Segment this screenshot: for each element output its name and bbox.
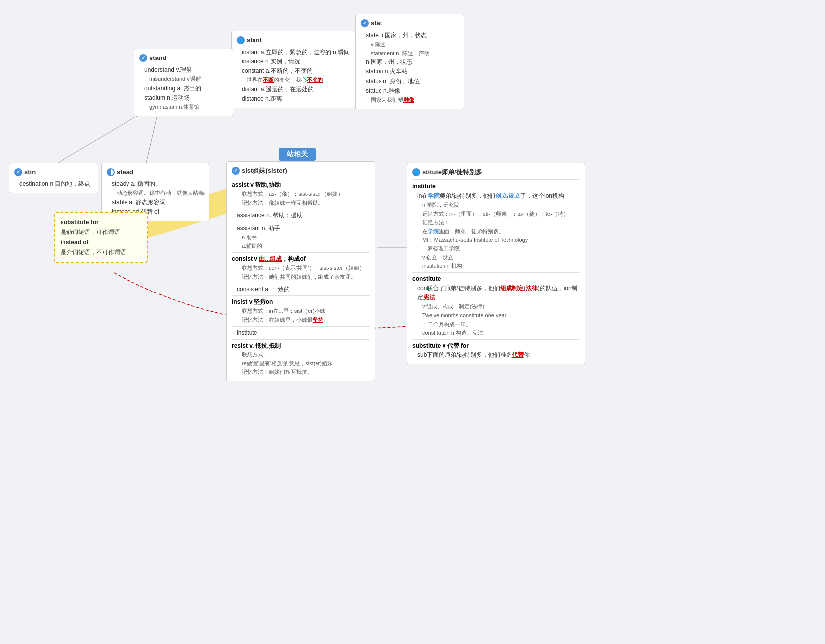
- half-icon-stead: [107, 168, 115, 176]
- stitute-const-4: 十二个月构成一年。: [422, 320, 580, 329]
- sist-assistant-a: a.辅助的: [242, 242, 370, 251]
- stat-entry-5: station n.火车站: [366, 67, 459, 76]
- stand-entry-1: understand v.理解: [144, 65, 228, 75]
- tooltip-line2: 是动词短语，可作谓语: [61, 227, 141, 237]
- stant-entry-6: distance n.距离: [242, 94, 350, 104]
- stant-entry-5: distant a.遥远的，在远处的: [242, 85, 350, 94]
- stant-entry-4: 世界在不断的变化，我心不变的: [247, 76, 350, 85]
- stead-entry-2: 动态形容词。稳中有动，就像人站着: [117, 189, 204, 198]
- stitute-inst-7: 麻省理工学院: [427, 244, 580, 253]
- sist-insist-1: 联想方式：in在...里；sist（er)小妹: [242, 307, 370, 316]
- stitute-inst-6: MIT. Massachu-setts Institute of Technol…: [422, 236, 580, 245]
- stead-icon: ≡: [201, 188, 205, 199]
- sist-assistant-n: n.助手: [242, 234, 370, 242]
- sist-assist-2: 记忆方法：像姐妹一样互相帮助。: [242, 199, 370, 208]
- sist-assist-1: 联想方式：as-（像）；sist-sister（姐妹）: [242, 190, 370, 199]
- stitute-substitute-title: substitute v 代替 for: [412, 341, 580, 351]
- stand-entry-2: misunderstand v.误解: [149, 75, 228, 84]
- card-stat: ✓ stat state n.国家，州，状态 v.陈述 statement n.…: [355, 14, 464, 109]
- stant-entry-2: instance n 实例，情况: [242, 57, 350, 66]
- stitute-const-2: v.组成、构成，制定(法律): [422, 302, 580, 311]
- card-stand-title: ✓ stand: [139, 53, 228, 63]
- card-stin: ✓ stin destination n 目的地，终点: [9, 163, 98, 193]
- stand-entry-5: gymnasium n.体育馆: [149, 103, 228, 112]
- stitute-inst-4: 记忆方法：: [422, 218, 580, 227]
- station-label: 站相关: [279, 148, 316, 161]
- sist-institute: institute: [237, 328, 370, 338]
- stat-entry-2: v.陈述: [371, 40, 459, 49]
- stitute-inst-2: n.学院，研究院: [422, 201, 580, 210]
- stat-entry-1: state n.国家，州，状态: [366, 31, 459, 40]
- tooltip-line1: substitute for: [61, 217, 141, 227]
- stitute-inst-3: 记忆方式：in-（里面）；sti-（师弟）；tu-（徒）；te-（特）: [422, 210, 580, 219]
- stin-entry-1: destination n 目的地，终点: [19, 179, 93, 189]
- sist-assist: assist v 帮助,协助: [232, 180, 370, 190]
- sist-resist-2: re做'置'里有'相反'的意思，sist(er)姐妹: [242, 359, 370, 368]
- sist-insist: insist v 坚持on: [232, 297, 370, 307]
- stat-entry-7: statue n.雕像: [366, 86, 459, 96]
- sist-resist-1: 联想方式：: [242, 351, 370, 359]
- stitute-constitute-title: constitute: [412, 274, 580, 284]
- stat-entry-6: status n. 身份、地位: [366, 77, 459, 86]
- stitute-const-3: Twelve months constitute one year.: [422, 311, 580, 320]
- stitute-inst-8: v.创立，设立: [422, 253, 580, 262]
- check-icon-stin: ✓: [14, 168, 22, 176]
- tooltip-line4: 是介词短语，不可作谓语: [61, 247, 141, 257]
- card-stitute-title: 🌐 stitute师弟/徒特别多: [412, 167, 580, 177]
- stand-entry-4: stadium n.运动场: [144, 93, 228, 103]
- sist-assistance: assistance n. 帮助；援助: [237, 211, 370, 220]
- stat-entry-3: statement n. 陈述，声明: [371, 49, 459, 58]
- stead-entry-3: stable a. 静态形容词: [112, 198, 204, 207]
- stitute-inst-1: in在学院师弟/徒特别多，他们创立/设立了，这个ion机构: [417, 191, 580, 201]
- check-icon-stand: ✓: [139, 54, 147, 62]
- stitute-const-5: constitution n.构造、宪法: [422, 329, 580, 338]
- stitute-const-1: con联合了师弟/徒特别多，他们组成制定(法律)的队伍，ion制定宪法: [417, 284, 580, 302]
- card-sist-title: ✓ sist姐妹(sister): [232, 166, 370, 176]
- card-stant-title: 🌐 stant: [237, 35, 350, 46]
- tooltip-line3: instead of: [61, 237, 141, 247]
- card-sist: ✓ sist姐妹(sister) assist v 帮助,协助 联想方式：as-…: [226, 161, 375, 381]
- stitute-institute-title: institute: [412, 182, 580, 191]
- card-stat-title: ✓ stat: [361, 18, 459, 29]
- stand-entry-3: outstanding a. 杰出的: [144, 84, 228, 93]
- stant-entry-1: instant a.立即的，紧急的，速溶的 n.瞬间: [242, 48, 350, 57]
- stead-entry-1: steady a. 稳固的。: [112, 179, 204, 189]
- sist-consist: consist v 由...组成，构成of: [232, 254, 370, 264]
- check-icon-sist: ✓: [232, 167, 240, 175]
- card-stant: 🌐 stant instant a.立即的，紧急的，速溶的 n.瞬间 insta…: [231, 31, 355, 108]
- stitute-inst-9: institution n 机构: [422, 262, 580, 271]
- stitute-inst-5: 在学院里面，师弟、徒弟特别多。: [422, 227, 580, 236]
- sist-consistent: consistent a. 一致的: [237, 285, 370, 294]
- check-icon: ✓: [361, 19, 369, 27]
- card-stead-title: stead: [107, 167, 204, 177]
- globe-icon-stitute: 🌐: [412, 168, 420, 176]
- stat-entry-4: n.国家，州，状态: [366, 58, 459, 67]
- main-canvas: 站相关 ✓ stat state n.国家，州，状态 v.陈述 statemen…: [0, 0, 825, 644]
- sist-consist-1: 联想方式：con-（表示'共同'）；sist-sister（姐姐）: [242, 264, 370, 273]
- sist-insist-2: 记忆方法：在姐妹里，小妹最坚持。: [242, 316, 370, 325]
- substitute-tooltip: substitute for 是动词短语，可作谓语 instead of 是介词…: [54, 212, 148, 263]
- sist-resist-3: 记忆方法：姐妹们相互抵抗。: [242, 368, 370, 377]
- sist-assistant: assistant n. 助手: [237, 224, 370, 233]
- card-stin-title: ✓ stin: [14, 167, 93, 177]
- stant-entry-3: constant a.不断的，不变的: [242, 66, 350, 76]
- sist-resist: resist v. 抵抗,抵制: [232, 341, 370, 351]
- globe-icon-stant: 🌐: [237, 36, 245, 44]
- card-stand: ✓ stand understand v.理解 misunderstand v.…: [134, 49, 233, 116]
- stat-entry-8: 国家为我们塑雕像: [371, 96, 459, 105]
- card-stitute: 🌐 stitute师弟/徒特别多 institute in在学院师弟/徒特别多，…: [407, 163, 585, 364]
- stitute-sub-1: sub下面的师弟/徒特别多，他们准备代替你: [417, 351, 580, 360]
- sist-consist-2: 记忆方法：她们共同的姐妹们，组成了亲友团。: [242, 273, 370, 282]
